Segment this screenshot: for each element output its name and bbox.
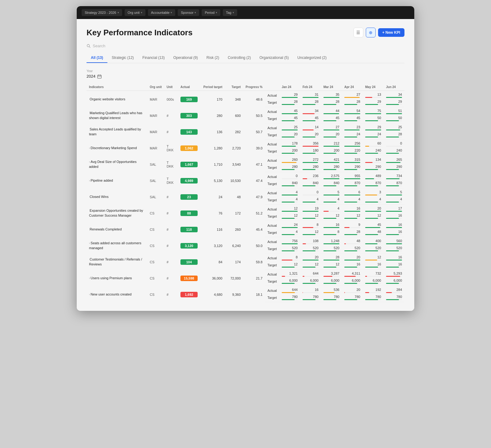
progress-cell: 47.4 — [243, 172, 265, 188]
monthly-target-cell: 780 — [363, 294, 384, 302]
actual-badge-cell: 1,692 — [178, 286, 201, 302]
search-icon — [87, 44, 91, 48]
col-header-target: Target — [225, 83, 243, 91]
row-label-target: Target — [265, 148, 279, 156]
table-row: Sales Accepted Leads qualified by teamMA… — [87, 123, 404, 132]
monthly-target-cell: 45 — [321, 115, 342, 123]
monthly-actual-cell: 178 — [279, 140, 300, 148]
progress-cell: 47.1 — [243, 156, 265, 172]
monthly-target-cell: 50 — [363, 115, 384, 123]
target-cell: 48 — [225, 188, 243, 205]
monthly-target-cell: 20 — [279, 131, 300, 140]
actual-badge: 88 — [180, 210, 198, 216]
monthly-target-cell: 24 — [363, 131, 384, 140]
monthly-actual-cell: 27 — [321, 123, 342, 132]
tab-operational[interactable]: Operational (9) — [169, 53, 202, 63]
col-header-actual: Actual — [178, 83, 201, 91]
actual-badge-cell: 118 — [178, 221, 201, 237]
row-label-actual: Actual — [265, 270, 279, 278]
org-unit-cell: CS — [147, 221, 164, 237]
table-row: ›Discretionary Marketing SpendMART DKK1,… — [87, 140, 404, 148]
progress-cell: 50.5 — [243, 107, 265, 123]
top-nav: Strategy 2023 - 2026 ▾ Org unit ▾ Accoun… — [77, 6, 414, 19]
actual-badge: 1,062 — [180, 145, 198, 151]
monthly-actual-cell: 1,248 — [321, 237, 342, 245]
monthly-target-cell: 8 — [321, 229, 342, 237]
row-label-target: Target — [265, 278, 279, 286]
search-placeholder: Search — [93, 44, 105, 48]
kpi-table: Indicators Org unit Unit Actual Period t… — [87, 83, 404, 302]
monthly-target-cell: 870 — [363, 180, 384, 188]
filter-tag[interactable]: Tag ▾ — [223, 9, 237, 16]
row-label-target: Target — [265, 294, 279, 302]
filter-period[interactable]: Period ▾ — [202, 9, 220, 16]
monthly-actual-cell: 0 — [384, 140, 404, 148]
list-icon: ☰ — [356, 30, 360, 35]
tab-strategic[interactable]: Strategic (12) — [107, 53, 138, 63]
search-bar[interactable]: Search — [87, 44, 404, 48]
indicator-name-cell: ›Avg Deal Size of Opportunities added — [87, 156, 147, 172]
monthly-actual-cell: 0 — [279, 172, 300, 180]
monthly-actual-cell: 27 — [342, 91, 363, 99]
indicator-name-cell: Customer Testimonials / Referrals / Revi… — [87, 253, 147, 270]
monthly-target-cell: 28 — [300, 99, 321, 107]
tab-risk[interactable]: Risk (2) — [202, 53, 223, 63]
monthly-target-cell: 520 — [384, 245, 404, 253]
new-kpi-button[interactable]: + New KPI — [378, 28, 404, 37]
target-cell: 260 — [225, 221, 243, 237]
row-label-actual: Actual — [265, 286, 279, 294]
monthly-actual-cell: 756 — [279, 237, 300, 245]
row-label-actual: Actual — [265, 91, 279, 99]
monthly-target-cell: 280 — [321, 164, 342, 172]
monthly-target-cell: 12 — [342, 213, 363, 221]
col-header-unit: Unit — [164, 83, 178, 91]
row-label-actual: Actual — [265, 172, 279, 180]
actual-badge-cell: 303 — [178, 107, 201, 123]
monthly-actual-cell: 29 — [279, 91, 300, 99]
tab-organizational[interactable]: Organizational (5) — [255, 53, 293, 63]
monthly-target-cell: 4 — [342, 196, 363, 205]
monthly-target-cell: 16 — [384, 261, 404, 270]
monthly-actual-cell: 16 — [384, 253, 404, 262]
filter-orgunit[interactable]: Org unit ▾ — [125, 9, 145, 16]
col-header-indicators: Indicators — [87, 83, 147, 91]
list-view-button[interactable]: ☰ — [354, 28, 363, 37]
tab-controlling[interactable]: Controlling (2) — [223, 53, 255, 63]
monthly-target-cell: 24 — [342, 131, 363, 140]
monthly-actual-cell: 108 — [300, 237, 321, 245]
monthly-actual-cell: 29 — [363, 123, 384, 132]
progress-cell: 39.0 — [243, 140, 265, 156]
tab-uncategorized[interactable]: Uncategorized (2) — [293, 53, 331, 63]
filter-sponsor[interactable]: Sponsor ▾ — [178, 9, 199, 16]
chevron-down-icon: ▾ — [118, 11, 119, 14]
target-cell: 282 — [225, 123, 243, 140]
tab-financial[interactable]: Financial (13) — [138, 53, 169, 63]
monthly-target-cell: 780 — [279, 294, 300, 302]
chart-view-button[interactable]: ⊕ — [366, 28, 376, 37]
row-label-target: Target — [265, 245, 279, 253]
monthly-actual-cell: 236 — [300, 172, 321, 180]
period-target-cell: 1,710 — [201, 156, 225, 172]
filter-accountable[interactable]: Accountable ▾ — [148, 9, 176, 16]
monthly-target-cell: 12 — [321, 261, 342, 270]
monthly-actual-cell: 421 — [321, 156, 342, 164]
monthly-target-cell: 12 — [300, 261, 321, 270]
target-cell: 72,000 — [225, 270, 243, 286]
tab-all[interactable]: All (13) — [87, 53, 107, 63]
actual-badge: 1,667 — [180, 162, 198, 167]
org-unit-cell: CS — [147, 270, 164, 286]
progress-cell: 50.0 — [243, 237, 265, 253]
monthly-actual-cell: 134 — [363, 156, 384, 164]
svg-rect-2 — [98, 75, 101, 78]
year-input[interactable]: 2024 — [87, 74, 404, 79]
monthly-target-cell: 4 — [300, 196, 321, 205]
header-row: Key Performance Indicators ☰ ⊕ + New KPI — [87, 28, 404, 37]
monthly-target-cell: 6,000 — [342, 278, 363, 286]
table-row: Closed WinsSAL#23244847.9Actual 4 0 5 6 … — [87, 188, 404, 197]
chevron-down-icon: ▾ — [195, 11, 196, 14]
monthly-actual-cell: 20 — [342, 253, 363, 262]
unit-cell: T DKK — [164, 172, 178, 188]
col-header-feb: Feb 24 — [300, 83, 321, 91]
filter-strategy[interactable]: Strategy 2023 - 2026 ▾ — [82, 9, 122, 16]
monthly-target-cell: 29 — [363, 99, 384, 107]
